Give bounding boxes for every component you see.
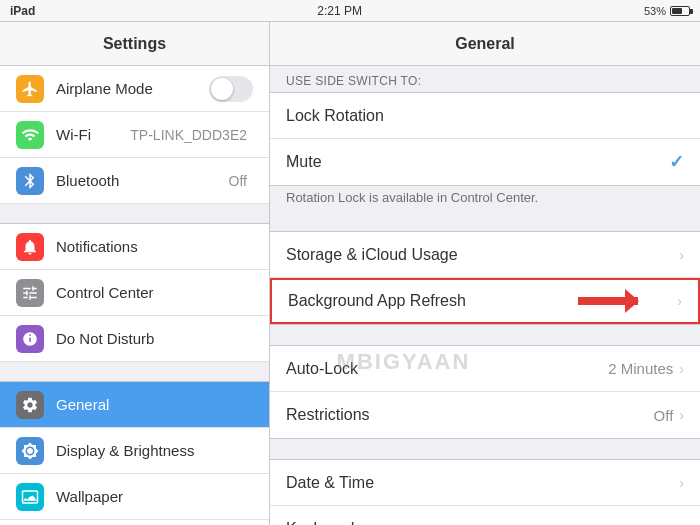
datetime-chevron: › bbox=[679, 475, 684, 491]
gap-1 bbox=[270, 211, 700, 231]
background-refresh-row[interactable]: Background App Refresh › bbox=[270, 278, 700, 324]
general-label: General bbox=[56, 396, 253, 413]
notifications-label: Notifications bbox=[56, 238, 253, 255]
sidebar-gap-1 bbox=[0, 204, 269, 224]
lock-rotation-label: Lock Rotation bbox=[286, 107, 684, 125]
battery-percent: 53% bbox=[644, 5, 666, 17]
background-chevron: › bbox=[677, 293, 682, 309]
date-group: Date & Time › Keyboard › Language & Regi… bbox=[270, 459, 700, 525]
panel-header: General bbox=[270, 22, 700, 66]
wallpaper-icon bbox=[16, 483, 44, 511]
sidebar-item-donotdisturb[interactable]: Do Not Disturb bbox=[0, 316, 269, 362]
mute-checkmark: ✓ bbox=[669, 151, 684, 173]
donotdisturb-label: Do Not Disturb bbox=[56, 330, 253, 347]
airplane-label: Airplane Mode bbox=[56, 80, 209, 97]
restrictions-value: Off bbox=[654, 407, 674, 424]
sidebar: Settings Airplane Mode Wi-Fi TP-LINK_DDD… bbox=[0, 22, 270, 525]
bluetooth-icon bbox=[16, 167, 44, 195]
sidebar-item-bluetooth[interactable]: Bluetooth Off bbox=[0, 158, 269, 204]
sidebar-item-control[interactable]: Control Center bbox=[0, 270, 269, 316]
storage-chevron: › bbox=[679, 247, 684, 263]
gap-2 bbox=[270, 325, 700, 345]
sidebar-item-general[interactable]: General bbox=[0, 382, 269, 428]
status-bar: iPad 2:21 PM 53% bbox=[0, 0, 700, 22]
battery-icon bbox=[670, 6, 690, 16]
battery-area: 53% bbox=[644, 5, 690, 17]
restrictions-row[interactable]: Restrictions Off › bbox=[270, 392, 700, 438]
side-switch-group: Lock Rotation Mute ✓ bbox=[270, 92, 700, 186]
keyboard-chevron: › bbox=[679, 521, 684, 526]
background-refresh-label: Background App Refresh bbox=[288, 292, 677, 310]
sidebar-gap-2 bbox=[0, 362, 269, 382]
sidebar-item-notifications[interactable]: Notifications bbox=[0, 224, 269, 270]
sidebar-item-display[interactable]: Display & Brightness bbox=[0, 428, 269, 474]
storage-label: Storage & iCloud Usage bbox=[286, 246, 679, 264]
airplane-toggle[interactable] bbox=[209, 76, 253, 102]
airplane-icon bbox=[16, 75, 44, 103]
wifi-label: Wi-Fi bbox=[56, 126, 130, 143]
mute-label: Mute bbox=[286, 153, 669, 171]
main-layout: Settings Airplane Mode Wi-Fi TP-LINK_DDD… bbox=[0, 22, 700, 525]
bluetooth-label: Bluetooth bbox=[56, 172, 229, 189]
lock-rotation-row[interactable]: Lock Rotation bbox=[270, 93, 700, 139]
auto-group: Auto-Lock 2 Minutes › Restrictions Off › bbox=[270, 345, 700, 439]
restrictions-label: Restrictions bbox=[286, 406, 654, 424]
device-label: iPad bbox=[10, 4, 35, 18]
autolock-row[interactable]: Auto-Lock 2 Minutes › bbox=[270, 346, 700, 392]
wifi-value: TP-LINK_DDD3E2 bbox=[130, 127, 247, 143]
mute-row[interactable]: Mute ✓ bbox=[270, 139, 700, 185]
bluetooth-value: Off bbox=[229, 173, 247, 189]
datetime-row[interactable]: Date & Time › bbox=[270, 460, 700, 506]
wallpaper-label: Wallpaper bbox=[56, 488, 253, 505]
donotdisturb-icon bbox=[16, 325, 44, 353]
sidebar-header: Settings bbox=[0, 22, 269, 66]
gap-3 bbox=[270, 439, 700, 459]
display-icon bbox=[16, 437, 44, 465]
side-switch-section-label: USE SIDE SWITCH TO: bbox=[270, 66, 700, 92]
sidebar-item-sounds[interactable]: Sounds bbox=[0, 520, 269, 525]
sidebar-item-airplane[interactable]: Airplane Mode bbox=[0, 66, 269, 112]
control-icon bbox=[16, 279, 44, 307]
keyboard-row[interactable]: Keyboard › bbox=[270, 506, 700, 525]
rotation-note: Rotation Lock is available in Control Ce… bbox=[270, 186, 700, 211]
control-label: Control Center bbox=[56, 284, 253, 301]
display-label: Display & Brightness bbox=[56, 442, 253, 459]
autolock-label: Auto-Lock bbox=[286, 360, 608, 378]
time-label: 2:21 PM bbox=[317, 4, 362, 18]
general-icon bbox=[16, 391, 44, 419]
restrictions-chevron: › bbox=[679, 407, 684, 423]
keyboard-label: Keyboard bbox=[286, 520, 679, 526]
notifications-icon bbox=[16, 233, 44, 261]
sidebar-item-wifi[interactable]: Wi-Fi TP-LINK_DDD3E2 bbox=[0, 112, 269, 158]
storage-row[interactable]: Storage & iCloud Usage › bbox=[270, 232, 700, 278]
datetime-label: Date & Time bbox=[286, 474, 679, 492]
sidebar-item-wallpaper[interactable]: Wallpaper bbox=[0, 474, 269, 520]
right-panel: General USE SIDE SWITCH TO: Lock Rotatio… bbox=[270, 22, 700, 525]
wifi-icon bbox=[16, 121, 44, 149]
autolock-chevron: › bbox=[679, 361, 684, 377]
storage-group: Storage & iCloud Usage › Background App … bbox=[270, 231, 700, 325]
autolock-value: 2 Minutes bbox=[608, 360, 673, 377]
